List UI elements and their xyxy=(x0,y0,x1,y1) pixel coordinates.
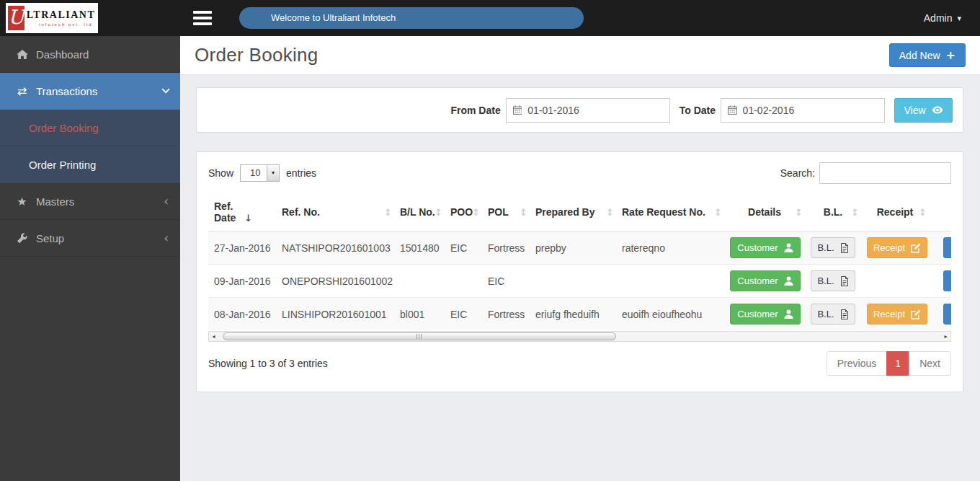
column-header-receipt[interactable]: Receipt↕ xyxy=(861,195,929,231)
date-filter-panel: From Date To Date View xyxy=(196,87,963,133)
logo-tagline: infotech pvt. ltd. xyxy=(27,22,95,27)
cell-bl-no: 1501480 xyxy=(394,231,445,265)
page-size-select[interactable]: 10 ▾ xyxy=(240,164,280,182)
sort-icon: ↕ xyxy=(795,207,803,218)
bl-button[interactable]: B.L. xyxy=(811,304,855,325)
from-date-field[interactable] xyxy=(506,98,670,123)
page-1-button[interactable]: 1 xyxy=(886,351,909,376)
edit-icon xyxy=(911,309,921,319)
column-header-bl[interactable]: B.L.↕ xyxy=(805,195,861,231)
from-date-label: From Date xyxy=(450,105,500,116)
customer-button[interactable]: Customer xyxy=(730,237,801,258)
search-label: Search: xyxy=(780,167,815,179)
column-header-extra xyxy=(929,195,951,231)
receipt-button[interactable]: Receipt xyxy=(867,304,927,325)
column-header-ref-no[interactable]: Ref. No.↕ xyxy=(276,195,394,231)
order-booking-table-panel: Show 10 ▾ entries Search: xyxy=(196,151,963,392)
to-date-field[interactable] xyxy=(721,98,885,123)
topbar: U LTRALIANT infotech pvt. ltd. Welcome t… xyxy=(0,0,980,36)
scrollbar-grip-icon xyxy=(416,334,422,339)
scroll-right-arrow-icon[interactable]: ▸ xyxy=(941,332,950,341)
scroll-left-arrow-icon[interactable]: ◂ xyxy=(209,332,218,341)
customer-button[interactable]: Customer xyxy=(730,270,801,291)
hamburger-menu-icon[interactable] xyxy=(193,11,212,25)
entries-label: entries xyxy=(286,167,316,179)
sort-icon: ↕ xyxy=(472,207,480,218)
column-header-pol[interactable]: POL↕ xyxy=(482,195,530,231)
sort-icon: ↕ xyxy=(384,207,392,218)
sort-desc-icon: ↓ xyxy=(244,213,252,224)
sidebar-subitem-label: Order Booking xyxy=(29,122,99,134)
cell-ref-no: LINSHIPOR201601001 xyxy=(276,298,394,331)
column-header-details[interactable]: Details↕ xyxy=(724,195,805,231)
to-date-input[interactable] xyxy=(743,105,878,116)
welcome-banner: Welcome to Ultraliant Infotech xyxy=(239,7,584,29)
column-header-ref-date[interactable]: Ref. Date↓ xyxy=(208,195,276,231)
search-input[interactable] xyxy=(819,162,951,184)
table-header-row: Ref. Date↓ Ref. No.↕ B/L No.↕ POO↕ POL↕ … xyxy=(208,195,951,231)
row-action-more-button[interactable] xyxy=(943,304,951,325)
company-logo: U LTRALIANT infotech pvt. ltd. xyxy=(6,3,98,33)
calendar-icon xyxy=(513,105,522,115)
cell-ref-no: NATSHIPOR201601003 xyxy=(276,231,394,265)
bl-button[interactable]: B.L. xyxy=(811,270,855,291)
cell-poo xyxy=(445,265,482,298)
document-icon xyxy=(840,243,849,253)
cell-ref-no: ONEPORSHI201601002 xyxy=(276,265,394,298)
column-header-rate-request-no[interactable]: Rate Request No.↕ xyxy=(616,195,724,231)
cell-ref-date: 08-Jan-2016 xyxy=(208,298,276,331)
sidebar-item-order-printing[interactable]: Order Printing xyxy=(0,146,180,183)
next-page-button[interactable]: Next xyxy=(909,351,951,376)
horizontal-scrollbar[interactable]: ◂ ▸ xyxy=(208,331,951,342)
person-icon xyxy=(784,276,793,286)
add-new-button[interactable]: Add New + xyxy=(889,43,966,67)
sidebar-item-masters[interactable]: ★ Masters ‹ xyxy=(0,183,180,220)
bl-button[interactable]: B.L. xyxy=(811,237,855,258)
sidebar-item-label: Masters xyxy=(36,195,74,208)
cell-bl-no xyxy=(394,265,445,298)
cell-pol: EIC xyxy=(482,265,530,298)
person-icon xyxy=(784,309,793,319)
calendar-icon xyxy=(728,105,737,115)
cell-bl-no: bl001 xyxy=(394,298,445,331)
sort-icon: ↕ xyxy=(714,207,722,218)
column-header-prepared-by[interactable]: Prepared By↕ xyxy=(530,195,616,231)
cell-rate-request-no xyxy=(616,265,724,298)
select-caret-icon: ▾ xyxy=(267,165,279,181)
sort-icon: ↕ xyxy=(606,207,614,218)
chevron-left-icon: ‹ xyxy=(164,232,169,244)
admin-dropdown[interactable]: Admin ▾ xyxy=(924,0,961,36)
receipt-button[interactable]: Receipt xyxy=(867,237,927,258)
view-button[interactable]: View xyxy=(894,98,953,123)
from-date-input[interactable] xyxy=(527,105,662,116)
sidebar-item-setup[interactable]: Setup ‹ xyxy=(0,220,180,257)
sidebar-subitem-label: Order Printing xyxy=(29,159,96,171)
to-date-label: To Date xyxy=(680,105,716,116)
sidebar-item-order-booking[interactable]: Order Booking xyxy=(0,110,180,146)
exchange-icon: ⇄ xyxy=(13,84,31,98)
column-header-bl-no[interactable]: B/L No.↕ xyxy=(394,195,445,231)
admin-label: Admin xyxy=(924,12,953,24)
star-icon: ★ xyxy=(13,195,31,208)
page-title: Order Booking xyxy=(195,44,318,66)
cell-rate-request-no: euoifh eioufheohu xyxy=(616,298,724,331)
scrollbar-thumb[interactable] xyxy=(223,332,616,340)
cell-prepared-by: prepby xyxy=(530,231,616,265)
cell-rate-request-no: ratereqno xyxy=(616,231,724,265)
sidebar-item-transactions[interactable]: ⇄ Transactions xyxy=(0,73,180,110)
row-action-more-button[interactable] xyxy=(943,270,951,291)
sort-icon: ↕ xyxy=(520,207,527,218)
entries-summary: Showing 1 to 3 of 3 entries xyxy=(208,358,328,369)
previous-page-button[interactable]: Previous xyxy=(827,351,887,376)
logo-name: LTRALIANT xyxy=(27,10,95,20)
eye-icon xyxy=(932,106,943,114)
document-icon xyxy=(840,309,849,319)
column-header-poo[interactable]: POO↕ xyxy=(445,195,482,231)
page-size-value: 10 xyxy=(250,167,260,178)
sort-icon: ↕ xyxy=(435,207,442,218)
customer-button[interactable]: Customer xyxy=(730,304,801,325)
sidebar-item-dashboard[interactable]: Dashboard xyxy=(0,36,180,73)
orders-table: Ref. Date↓ Ref. No.↕ B/L No.↕ POO↕ POL↕ … xyxy=(208,195,951,330)
row-action-more-button[interactable] xyxy=(943,237,951,258)
caret-down-icon: ▾ xyxy=(957,14,961,23)
